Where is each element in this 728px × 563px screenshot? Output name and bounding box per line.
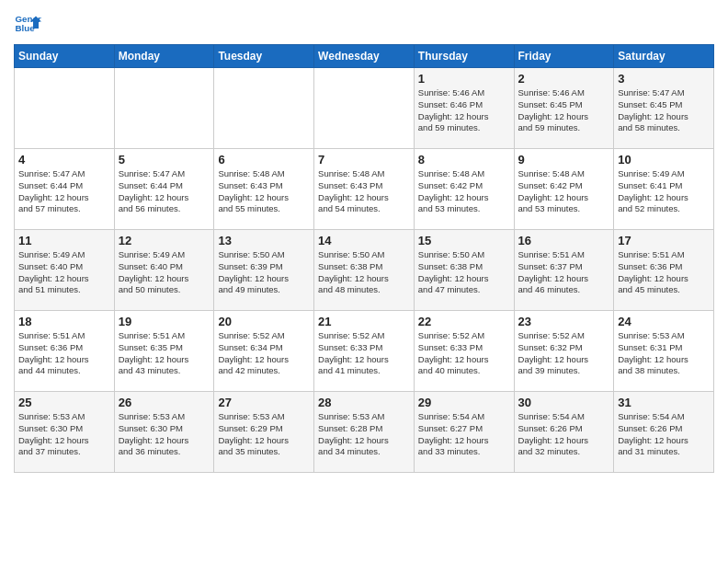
calendar-table: SundayMondayTuesdayWednesdayThursdayFrid… xyxy=(14,44,714,473)
day-info: Sunrise: 5:50 AM Sunset: 6:38 PM Dayligh… xyxy=(318,249,410,296)
day-number: 8 xyxy=(418,153,510,167)
day-cell: 3Sunrise: 5:47 AM Sunset: 6:45 PM Daylig… xyxy=(614,68,714,149)
svg-text:Blue: Blue xyxy=(16,23,36,33)
day-cell: 6Sunrise: 5:48 AM Sunset: 6:43 PM Daylig… xyxy=(214,149,314,230)
day-info: Sunrise: 5:49 AM Sunset: 6:40 PM Dayligh… xyxy=(119,249,210,296)
day-cell: 23Sunrise: 5:52 AM Sunset: 6:32 PM Dayli… xyxy=(514,311,614,392)
day-number: 9 xyxy=(518,153,610,167)
logo-icon: General Blue xyxy=(14,9,41,37)
day-info: Sunrise: 5:51 AM Sunset: 6:37 PM Dayligh… xyxy=(518,249,610,296)
week-row-1: 1Sunrise: 5:46 AM Sunset: 6:46 PM Daylig… xyxy=(15,68,714,149)
day-number: 20 xyxy=(218,315,310,328)
day-header-saturday: Saturday xyxy=(614,45,714,68)
logo: General Blue xyxy=(14,9,41,37)
page-container: General Blue SundayMondayTuesdayWednesda… xyxy=(0,0,728,477)
day-number: 16 xyxy=(518,234,610,247)
day-info: Sunrise: 5:51 AM Sunset: 6:36 PM Dayligh… xyxy=(18,330,110,377)
day-info: Sunrise: 5:54 AM Sunset: 6:27 PM Dayligh… xyxy=(418,411,510,458)
day-cell: 18Sunrise: 5:51 AM Sunset: 6:36 PM Dayli… xyxy=(15,311,115,392)
day-cell: 22Sunrise: 5:52 AM Sunset: 6:33 PM Dayli… xyxy=(414,311,514,392)
day-info: Sunrise: 5:50 AM Sunset: 6:38 PM Dayligh… xyxy=(418,249,510,296)
day-header-monday: Monday xyxy=(114,45,214,68)
day-number: 7 xyxy=(318,153,410,167)
day-info: Sunrise: 5:46 AM Sunset: 6:46 PM Dayligh… xyxy=(418,87,510,134)
day-number: 12 xyxy=(119,234,210,247)
day-number: 26 xyxy=(119,396,210,409)
day-cell: 11Sunrise: 5:49 AM Sunset: 6:40 PM Dayli… xyxy=(15,230,115,311)
day-cell xyxy=(314,68,415,149)
day-header-friday: Friday xyxy=(514,45,614,68)
day-number: 28 xyxy=(318,396,410,409)
day-cell: 5Sunrise: 5:47 AM Sunset: 6:44 PM Daylig… xyxy=(114,149,214,230)
day-number: 10 xyxy=(618,153,710,167)
week-row-4: 18Sunrise: 5:51 AM Sunset: 6:36 PM Dayli… xyxy=(15,311,714,392)
day-info: Sunrise: 5:47 AM Sunset: 6:44 PM Dayligh… xyxy=(18,168,110,215)
week-row-2: 4Sunrise: 5:47 AM Sunset: 6:44 PM Daylig… xyxy=(15,149,714,230)
day-number: 25 xyxy=(18,396,110,409)
day-cell: 14Sunrise: 5:50 AM Sunset: 6:38 PM Dayli… xyxy=(314,230,415,311)
day-number: 19 xyxy=(119,315,210,328)
day-info: Sunrise: 5:51 AM Sunset: 6:36 PM Dayligh… xyxy=(618,249,710,296)
day-number: 15 xyxy=(418,234,510,247)
day-info: Sunrise: 5:48 AM Sunset: 6:43 PM Dayligh… xyxy=(218,168,310,215)
day-cell: 20Sunrise: 5:52 AM Sunset: 6:34 PM Dayli… xyxy=(214,311,314,392)
day-info: Sunrise: 5:53 AM Sunset: 6:28 PM Dayligh… xyxy=(318,411,410,458)
day-info: Sunrise: 5:46 AM Sunset: 6:45 PM Dayligh… xyxy=(518,87,610,134)
day-cell xyxy=(15,68,115,149)
day-info: Sunrise: 5:52 AM Sunset: 6:34 PM Dayligh… xyxy=(218,330,310,377)
day-cell: 28Sunrise: 5:53 AM Sunset: 6:28 PM Dayli… xyxy=(314,392,415,473)
day-cell: 15Sunrise: 5:50 AM Sunset: 6:38 PM Dayli… xyxy=(414,230,514,311)
day-cell: 26Sunrise: 5:53 AM Sunset: 6:30 PM Dayli… xyxy=(114,392,214,473)
day-cell: 31Sunrise: 5:54 AM Sunset: 6:26 PM Dayli… xyxy=(614,392,714,473)
header: General Blue xyxy=(14,9,714,37)
day-number: 21 xyxy=(318,315,410,328)
day-number: 4 xyxy=(18,153,110,167)
day-number: 31 xyxy=(618,396,710,409)
day-info: Sunrise: 5:53 AM Sunset: 6:30 PM Dayligh… xyxy=(119,411,210,458)
day-number: 2 xyxy=(518,72,610,86)
day-number: 1 xyxy=(418,72,510,86)
day-number: 11 xyxy=(18,234,110,247)
day-info: Sunrise: 5:53 AM Sunset: 6:30 PM Dayligh… xyxy=(18,411,110,458)
day-number: 17 xyxy=(618,234,710,247)
day-header-thursday: Thursday xyxy=(414,45,514,68)
day-info: Sunrise: 5:49 AM Sunset: 6:40 PM Dayligh… xyxy=(18,249,110,296)
day-header-tuesday: Tuesday xyxy=(214,45,314,68)
day-cell: 30Sunrise: 5:54 AM Sunset: 6:26 PM Dayli… xyxy=(514,392,614,473)
week-row-3: 11Sunrise: 5:49 AM Sunset: 6:40 PM Dayli… xyxy=(15,230,714,311)
day-info: Sunrise: 5:48 AM Sunset: 6:42 PM Dayligh… xyxy=(418,168,510,215)
day-info: Sunrise: 5:53 AM Sunset: 6:31 PM Dayligh… xyxy=(618,330,710,377)
day-info: Sunrise: 5:48 AM Sunset: 6:42 PM Dayligh… xyxy=(518,168,610,215)
day-cell: 27Sunrise: 5:53 AM Sunset: 6:29 PM Dayli… xyxy=(214,392,314,473)
day-info: Sunrise: 5:52 AM Sunset: 6:33 PM Dayligh… xyxy=(318,330,410,377)
header-row: SundayMondayTuesdayWednesdayThursdayFrid… xyxy=(15,45,714,68)
day-number: 6 xyxy=(218,153,310,167)
day-cell: 17Sunrise: 5:51 AM Sunset: 6:36 PM Dayli… xyxy=(614,230,714,311)
day-number: 30 xyxy=(518,396,610,409)
day-cell xyxy=(214,68,314,149)
day-cell: 4Sunrise: 5:47 AM Sunset: 6:44 PM Daylig… xyxy=(15,149,115,230)
day-info: Sunrise: 5:53 AM Sunset: 6:29 PM Dayligh… xyxy=(218,411,310,458)
day-info: Sunrise: 5:50 AM Sunset: 6:39 PM Dayligh… xyxy=(218,249,310,296)
day-cell: 25Sunrise: 5:53 AM Sunset: 6:30 PM Dayli… xyxy=(15,392,115,473)
day-number: 3 xyxy=(618,72,710,86)
day-cell: 13Sunrise: 5:50 AM Sunset: 6:39 PM Dayli… xyxy=(214,230,314,311)
day-cell: 29Sunrise: 5:54 AM Sunset: 6:27 PM Dayli… xyxy=(414,392,514,473)
day-cell: 16Sunrise: 5:51 AM Sunset: 6:37 PM Dayli… xyxy=(514,230,614,311)
day-cell: 24Sunrise: 5:53 AM Sunset: 6:31 PM Dayli… xyxy=(614,311,714,392)
day-number: 23 xyxy=(518,315,610,328)
day-info: Sunrise: 5:51 AM Sunset: 6:35 PM Dayligh… xyxy=(119,330,210,377)
day-header-sunday: Sunday xyxy=(15,45,115,68)
day-cell: 12Sunrise: 5:49 AM Sunset: 6:40 PM Dayli… xyxy=(114,230,214,311)
day-info: Sunrise: 5:47 AM Sunset: 6:44 PM Dayligh… xyxy=(119,168,210,215)
day-number: 22 xyxy=(418,315,510,328)
day-cell: 10Sunrise: 5:49 AM Sunset: 6:41 PM Dayli… xyxy=(614,149,714,230)
day-info: Sunrise: 5:47 AM Sunset: 6:45 PM Dayligh… xyxy=(618,87,710,134)
day-cell: 8Sunrise: 5:48 AM Sunset: 6:42 PM Daylig… xyxy=(414,149,514,230)
day-number: 13 xyxy=(218,234,310,247)
day-info: Sunrise: 5:48 AM Sunset: 6:43 PM Dayligh… xyxy=(318,168,410,215)
day-cell: 21Sunrise: 5:52 AM Sunset: 6:33 PM Dayli… xyxy=(314,311,415,392)
day-number: 29 xyxy=(418,396,510,409)
day-number: 18 xyxy=(18,315,110,328)
day-info: Sunrise: 5:52 AM Sunset: 6:32 PM Dayligh… xyxy=(518,330,610,377)
